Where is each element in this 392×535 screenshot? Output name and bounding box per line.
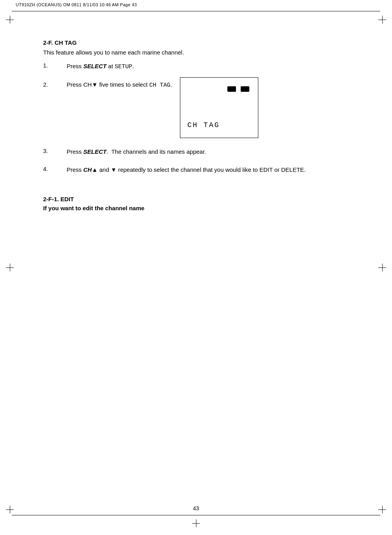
step-2: 2. Press CH▼ five times to select CH TAG…	[43, 81, 368, 138]
crosshair-bottom	[192, 519, 200, 527]
step-3: 3. Press SELECT. The channels and its na…	[43, 147, 368, 156]
step-1-number: 1.	[43, 62, 67, 69]
corner-mark-top-left	[6, 16, 14, 24]
step-4-bold-down: ▼	[111, 166, 116, 173]
lcd-display: CH TAG	[180, 77, 258, 138]
step-3-bold: SELECT	[83, 148, 107, 155]
crosshair-left	[6, 264, 14, 271]
footer-line	[12, 515, 380, 515]
step-3-number: 3.	[43, 147, 67, 154]
step-4-bold-ch: CH▲	[83, 166, 98, 173]
main-content: 2-F. CH TAG This feature allows you to n…	[43, 39, 368, 211]
step-3-content: Press SELECT. The channels and its names…	[67, 147, 368, 156]
step-1-mono: SETUP	[115, 64, 132, 70]
lcd-indicators	[227, 86, 249, 92]
step-1-bold: SELECT	[83, 63, 107, 69]
step-2-right: Press CH▼ five times to select CH TAG. C…	[67, 81, 258, 138]
step-2-mono: CH TAG	[149, 82, 171, 89]
header-text: UT910ZH (OCEANUS) OM 0811 8/11/03 10:46 …	[16, 2, 137, 7]
subsection-title: 2-F-1. EDIT	[43, 196, 368, 202]
step-4-number: 4.	[43, 166, 67, 172]
step-1: 1. Press SELECT at SETUP.	[43, 62, 368, 72]
header-line	[12, 11, 380, 11]
step-4: 4. Press CH▲ and ▼ repeatedly to select …	[43, 166, 368, 175]
step-1-content: Press SELECT at SETUP.	[67, 62, 368, 72]
subsection-bold: If you want to edit the channel name	[43, 205, 368, 211]
step-2-bold-ch: CH▼	[83, 81, 98, 88]
step-4-content: Press CH▲ and ▼ repeatedly to select the…	[67, 166, 368, 175]
step-2-text: Press CH▼ five times to select CH TAG.	[67, 81, 172, 89]
lcd-dot-2	[241, 86, 249, 92]
corner-mark-bottom-right	[378, 506, 386, 513]
crosshair-right	[378, 264, 386, 271]
intro-text: This feature allows you to name each mar…	[43, 49, 368, 56]
section-title: 2-F. CH TAG	[43, 39, 368, 46]
step-2-number: 2.	[43, 81, 67, 88]
corner-mark-top-right	[378, 16, 386, 24]
steps-list: 1. Press SELECT at SETUP. 2. Press CH▼ f…	[43, 62, 368, 184]
corner-mark-bottom-left	[6, 506, 14, 513]
lcd-text: CH TAG	[187, 121, 220, 129]
page-number: 43	[193, 505, 199, 511]
lcd-dot-1	[227, 86, 236, 92]
